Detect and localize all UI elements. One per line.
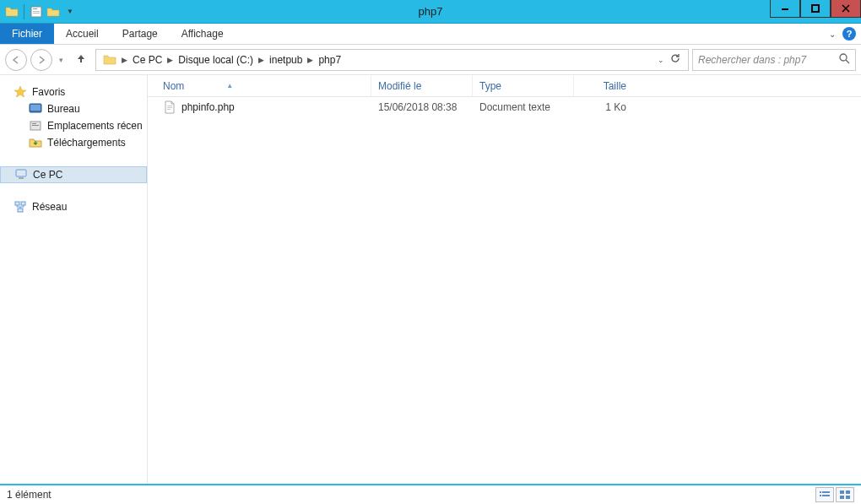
- file-pane: Nom ▲ Modifié le Type Taille phpinfo.php…: [148, 75, 861, 484]
- column-label: Taille: [604, 80, 626, 92]
- tree-label: Emplacements récen: [47, 120, 143, 132]
- svg-rect-20: [167, 106, 172, 106]
- svg-rect-29: [840, 496, 844, 499]
- network-icon: [14, 200, 27, 214]
- tree-label: Bureau: [47, 103, 80, 115]
- file-type: Document texte: [473, 101, 574, 113]
- new-folder-icon[interactable]: [46, 5, 60, 19]
- svg-rect-15: [16, 170, 26, 176]
- window-title: php7: [419, 5, 443, 18]
- chevron-right-icon[interactable]: ▶: [258, 56, 264, 64]
- ribbon-menu: Fichier Accueil Partage Affichage ⌄ ?: [0, 24, 861, 45]
- svg-rect-26: [822, 495, 830, 496]
- thumbnails-view-button[interactable]: [836, 487, 854, 502]
- refresh-icon[interactable]: [669, 52, 681, 67]
- tree-label: Téléchargements: [47, 137, 126, 149]
- file-list: phpinfo.php 15/06/2018 08:38 Document te…: [148, 97, 861, 484]
- column-label: Type: [479, 80, 501, 92]
- favorites-node[interactable]: Favoris: [0, 84, 147, 100]
- svg-rect-3: [33, 13, 40, 14]
- sidebar-item-desktop[interactable]: Bureau: [0, 100, 147, 117]
- svg-line-9: [846, 60, 849, 63]
- tree-label: Favoris: [32, 86, 65, 98]
- tree-label: Réseau: [32, 201, 67, 213]
- sidebar-item-recent[interactable]: Emplacements récen: [0, 117, 147, 134]
- address-bar[interactable]: ▶ Ce PC ▶ Disque local (C:) ▶ inetpub ▶ …: [95, 49, 689, 71]
- svg-rect-25: [820, 495, 821, 496]
- search-icon[interactable]: [839, 53, 850, 67]
- svg-rect-4: [782, 8, 788, 10]
- svg-rect-16: [19, 177, 24, 179]
- column-label: Nom: [163, 80, 184, 92]
- svg-rect-30: [846, 496, 850, 499]
- column-headers: Nom ▲ Modifié le Type Taille: [148, 75, 861, 97]
- svg-rect-17: [15, 202, 19, 205]
- maximize-button[interactable]: [800, 0, 831, 18]
- minimize-button[interactable]: [770, 0, 800, 18]
- item-count: 1 élément: [7, 489, 51, 501]
- separator: [24, 4, 24, 19]
- help-icon[interactable]: ?: [842, 27, 856, 41]
- svg-rect-22: [167, 109, 171, 110]
- column-size[interactable]: Taille: [574, 75, 633, 96]
- file-modified: 15/06/2018 08:38: [371, 101, 473, 113]
- downloads-icon: [29, 136, 42, 149]
- svg-rect-28: [846, 490, 850, 494]
- window-controls: [770, 0, 861, 23]
- status-bar: 1 élément: [0, 484, 861, 504]
- sidebar-item-downloads[interactable]: Téléchargements: [0, 134, 147, 151]
- network-node[interactable]: Réseau: [0, 198, 147, 215]
- back-button[interactable]: [5, 49, 27, 71]
- column-label: Modifié le: [378, 80, 421, 92]
- svg-rect-2: [33, 11, 40, 12]
- navigation-bar: ▾ ▶ Ce PC ▶ Disque local (C:) ▶ inetpub …: [0, 45, 861, 75]
- close-button[interactable]: [831, 0, 861, 18]
- column-name[interactable]: Nom ▲: [156, 75, 371, 96]
- chevron-right-icon[interactable]: ▶: [167, 56, 173, 64]
- ribbon-expand-icon[interactable]: ⌄: [829, 30, 836, 39]
- address-dropdown-icon[interactable]: ⌄: [658, 56, 664, 64]
- file-row[interactable]: phpinfo.php 15/06/2018 08:38 Document te…: [148, 97, 861, 117]
- file-tab[interactable]: Fichier: [0, 24, 54, 44]
- svg-rect-11: [30, 105, 41, 111]
- breadcrumb-item[interactable]: Disque local (C:): [175, 52, 257, 68]
- column-type[interactable]: Type: [473, 75, 574, 96]
- file-icon: [163, 100, 176, 114]
- forward-button[interactable]: [30, 49, 52, 71]
- search-box[interactable]: Rechercher dans : php7: [692, 49, 856, 71]
- file-size: 1 Ko: [574, 101, 633, 113]
- main-area: Favoris Bureau Emplacements récen Téléch…: [0, 75, 861, 484]
- breadcrumb-item[interactable]: Ce PC: [129, 52, 165, 68]
- svg-point-8: [840, 54, 847, 61]
- recent-icon: [29, 119, 42, 133]
- navigation-pane: Favoris Bureau Emplacements récen Téléch…: [0, 75, 148, 484]
- history-dropdown-icon[interactable]: ▾: [56, 52, 67, 68]
- svg-rect-24: [822, 491, 830, 493]
- chevron-right-icon[interactable]: ▶: [122, 56, 127, 64]
- thispc-node[interactable]: Ce PC: [0, 166, 147, 183]
- tab-home[interactable]: Accueil: [54, 24, 111, 44]
- svg-rect-1: [33, 8, 37, 9]
- chevron-right-icon[interactable]: ▶: [307, 56, 313, 64]
- star-icon: [14, 85, 27, 99]
- details-view-button[interactable]: [815, 487, 834, 502]
- svg-rect-5: [812, 5, 819, 12]
- tab-view[interactable]: Affichage: [170, 24, 236, 44]
- svg-rect-19: [18, 209, 23, 212]
- svg-rect-14: [32, 125, 39, 126]
- svg-rect-23: [820, 491, 821, 493]
- breadcrumb-item[interactable]: inetpub: [266, 52, 306, 68]
- svg-rect-18: [21, 202, 25, 205]
- title-bar: ▼ php7: [0, 0, 861, 24]
- breadcrumb-item[interactable]: php7: [315, 52, 344, 68]
- up-button[interactable]: [70, 52, 92, 67]
- tab-share[interactable]: Partage: [111, 24, 170, 44]
- desktop-icon: [29, 102, 42, 116]
- sort-ascending-icon: ▲: [226, 82, 233, 89]
- svg-rect-21: [167, 107, 172, 108]
- svg-rect-27: [840, 490, 844, 494]
- svg-rect-13: [32, 123, 36, 124]
- qat-dropdown-icon[interactable]: ▼: [63, 5, 77, 19]
- properties-icon[interactable]: [30, 5, 43, 19]
- column-modified[interactable]: Modifié le: [371, 75, 473, 96]
